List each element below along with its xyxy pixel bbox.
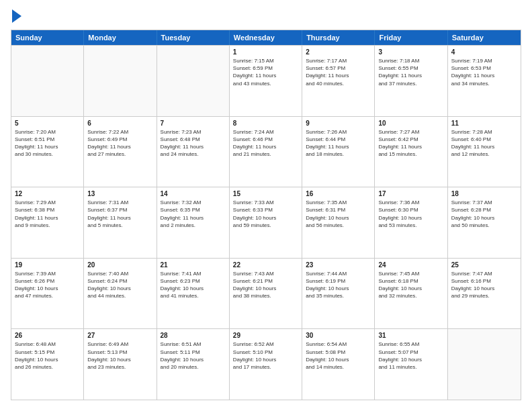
day-cell-22: 22Sunrise: 7:43 AM Sunset: 6:21 PM Dayli… [230,259,302,329]
day-cell-8: 8Sunrise: 7:24 AM Sunset: 6:46 PM Daylig… [230,117,302,187]
day-number: 30 [306,332,371,339]
day-number: 1 [233,48,298,56]
empty-cell [448,329,521,400]
calendar: SundayMondayTuesdayWednesdayThursdayFrid… [11,30,521,400]
day-content: Sunrise: 6:55 AM Sunset: 5:07 PM Dayligh… [378,340,443,371]
day-content: Sunrise: 6:52 AM Sunset: 5:10 PM Dayligh… [233,340,298,371]
day-content: Sunrise: 7:36 AM Sunset: 6:30 PM Dayligh… [378,199,443,229]
page-header [11,11,521,23]
day-content: Sunrise: 7:37 AM Sunset: 6:28 PM Dayligh… [451,199,517,229]
day-header-sunday: Sunday [11,30,84,45]
day-content: Sunrise: 7:40 AM Sunset: 6:24 PM Dayligh… [87,270,152,300]
day-number: 17 [378,190,443,197]
day-cell-4: 4Sunrise: 7:19 AM Sunset: 6:53 PM Daylig… [448,46,521,116]
day-number: 25 [451,261,517,269]
day-cell-23: 23Sunrise: 7:44 AM Sunset: 6:19 PM Dayli… [302,259,375,329]
calendar-week-4: 19Sunrise: 7:39 AM Sunset: 6:26 PM Dayli… [11,258,521,329]
day-cell-7: 7Sunrise: 7:23 AM Sunset: 6:48 PM Daylig… [157,117,230,187]
day-content: Sunrise: 7:39 AM Sunset: 6:26 PM Dayligh… [15,270,80,300]
day-cell-21: 21Sunrise: 7:41 AM Sunset: 6:23 PM Dayli… [157,259,230,329]
day-number: 21 [161,261,226,269]
day-cell-6: 6Sunrise: 7:22 AM Sunset: 6:49 PM Daylig… [84,117,157,187]
day-number: 12 [15,190,80,197]
day-cell-20: 20Sunrise: 7:40 AM Sunset: 6:24 PM Dayli… [84,259,157,329]
day-cell-5: 5Sunrise: 7:20 AM Sunset: 6:51 PM Daylig… [11,117,84,187]
day-number: 29 [233,332,298,339]
day-number: 22 [233,261,298,269]
day-content: Sunrise: 7:32 AM Sunset: 6:35 PM Dayligh… [161,199,226,229]
day-content: Sunrise: 6:51 AM Sunset: 5:11 PM Dayligh… [161,340,226,371]
day-number: 31 [378,332,443,339]
day-header-saturday: Saturday [448,30,521,45]
day-cell-12: 12Sunrise: 7:29 AM Sunset: 6:38 PM Dayli… [11,187,84,258]
day-content: Sunrise: 6:48 AM Sunset: 5:15 PM Dayligh… [15,340,80,371]
logo-arrow-icon [12,9,21,23]
day-content: Sunrise: 7:26 AM Sunset: 6:44 PM Dayligh… [306,128,371,158]
day-content: Sunrise: 7:41 AM Sunset: 6:23 PM Dayligh… [161,270,226,300]
empty-cell [84,46,157,116]
day-number: 5 [15,120,80,127]
day-content: Sunrise: 7:24 AM Sunset: 6:46 PM Dayligh… [233,128,298,158]
day-cell-17: 17Sunrise: 7:36 AM Sunset: 6:30 PM Dayli… [375,187,447,258]
day-number: 3 [378,48,443,56]
day-content: Sunrise: 7:45 AM Sunset: 6:18 PM Dayligh… [378,270,443,300]
day-cell-1: 1Sunrise: 7:15 AM Sunset: 6:59 PM Daylig… [230,46,302,116]
day-cell-25: 25Sunrise: 7:47 AM Sunset: 6:16 PM Dayli… [448,259,521,329]
day-content: Sunrise: 7:22 AM Sunset: 6:49 PM Dayligh… [87,128,152,158]
day-cell-2: 2Sunrise: 7:17 AM Sunset: 6:57 PM Daylig… [302,46,375,116]
day-number: 2 [306,48,371,56]
day-content: Sunrise: 6:49 AM Sunset: 5:13 PM Dayligh… [87,340,152,371]
day-content: Sunrise: 7:35 AM Sunset: 6:31 PM Dayligh… [306,199,371,229]
day-number: 11 [451,120,517,127]
day-content: Sunrise: 7:15 AM Sunset: 6:59 PM Dayligh… [233,57,298,87]
calendar-week-1: 1Sunrise: 7:15 AM Sunset: 6:59 PM Daylig… [11,45,521,116]
day-content: Sunrise: 7:28 AM Sunset: 6:40 PM Dayligh… [451,128,517,158]
calendar-body: 1Sunrise: 7:15 AM Sunset: 6:59 PM Daylig… [11,45,521,400]
day-header-thursday: Thursday [302,30,375,45]
calendar-week-2: 5Sunrise: 7:20 AM Sunset: 6:51 PM Daylig… [11,116,521,187]
day-number: 26 [15,332,80,339]
day-number: 27 [87,332,152,339]
day-header-monday: Monday [84,30,157,45]
day-cell-26: 26Sunrise: 6:48 AM Sunset: 5:15 PM Dayli… [11,329,84,400]
day-content: Sunrise: 7:47 AM Sunset: 6:16 PM Dayligh… [451,270,517,300]
day-content: Sunrise: 7:43 AM Sunset: 6:21 PM Dayligh… [233,270,298,300]
day-content: Sunrise: 7:23 AM Sunset: 6:48 PM Dayligh… [161,128,226,158]
day-number: 19 [15,261,80,269]
day-content: Sunrise: 7:44 AM Sunset: 6:19 PM Dayligh… [306,270,371,300]
day-cell-30: 30Sunrise: 6:54 AM Sunset: 5:08 PM Dayli… [302,329,375,400]
calendar-header-row: SundayMondayTuesdayWednesdayThursdayFrid… [11,30,521,45]
day-number: 8 [233,120,298,127]
day-cell-19: 19Sunrise: 7:39 AM Sunset: 6:26 PM Dayli… [11,259,84,329]
day-content: Sunrise: 7:18 AM Sunset: 6:55 PM Dayligh… [378,57,443,87]
day-number: 24 [378,261,443,269]
day-cell-13: 13Sunrise: 7:31 AM Sunset: 6:37 PM Dayli… [84,187,157,258]
logo [11,11,21,23]
day-cell-28: 28Sunrise: 6:51 AM Sunset: 5:11 PM Dayli… [157,329,230,400]
day-number: 15 [233,190,298,197]
day-cell-15: 15Sunrise: 7:33 AM Sunset: 6:33 PM Dayli… [230,187,302,258]
calendar-week-5: 26Sunrise: 6:48 AM Sunset: 5:15 PM Dayli… [11,328,521,400]
day-content: Sunrise: 7:17 AM Sunset: 6:57 PM Dayligh… [306,57,371,87]
day-number: 10 [378,120,443,127]
day-cell-10: 10Sunrise: 7:27 AM Sunset: 6:42 PM Dayli… [375,117,447,187]
day-header-friday: Friday [375,30,447,45]
day-number: 6 [87,120,152,127]
day-number: 18 [451,190,517,197]
day-cell-3: 3Sunrise: 7:18 AM Sunset: 6:55 PM Daylig… [375,46,447,116]
day-content: Sunrise: 7:27 AM Sunset: 6:42 PM Dayligh… [378,128,443,158]
day-number: 9 [306,120,371,127]
day-content: Sunrise: 7:29 AM Sunset: 6:38 PM Dayligh… [15,199,80,229]
day-content: Sunrise: 7:31 AM Sunset: 6:37 PM Dayligh… [87,199,152,229]
day-cell-27: 27Sunrise: 6:49 AM Sunset: 5:13 PM Dayli… [84,329,157,400]
day-number: 13 [87,190,152,197]
day-cell-29: 29Sunrise: 6:52 AM Sunset: 5:10 PM Dayli… [230,329,302,400]
day-content: Sunrise: 6:54 AM Sunset: 5:08 PM Dayligh… [306,340,371,371]
day-number: 7 [161,120,226,127]
day-cell-31: 31Sunrise: 6:55 AM Sunset: 5:07 PM Dayli… [375,329,447,400]
day-content: Sunrise: 7:20 AM Sunset: 6:51 PM Dayligh… [15,128,80,158]
empty-cell [11,46,84,116]
day-number: 20 [87,261,152,269]
day-number: 4 [451,48,517,56]
day-cell-16: 16Sunrise: 7:35 AM Sunset: 6:31 PM Dayli… [302,187,375,258]
